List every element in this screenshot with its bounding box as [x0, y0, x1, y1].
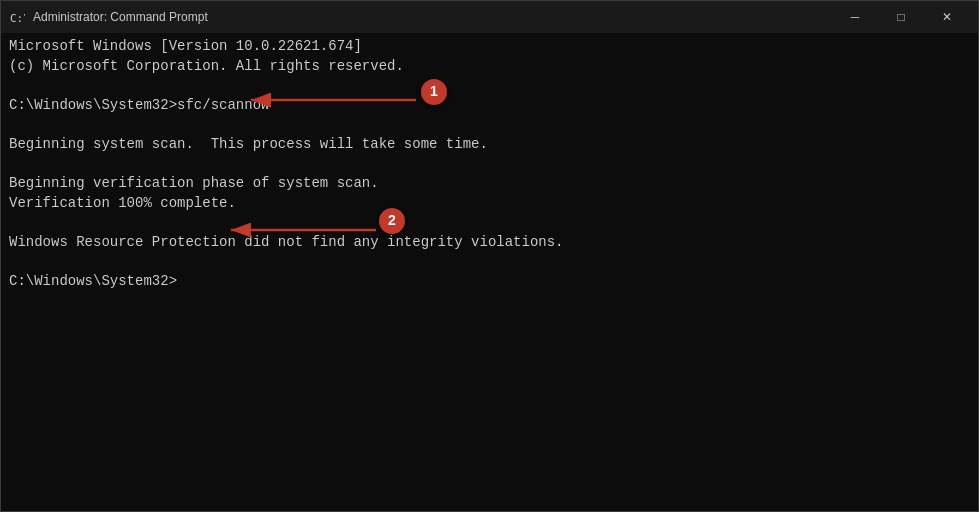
terminal-line [9, 213, 970, 233]
titlebar: C:\ Administrator: Command Prompt ─ □ ✕ [1, 1, 978, 33]
terminal-line: Microsoft Windows [Version 10.0.22621.67… [9, 37, 970, 57]
svg-text:C:\: C:\ [10, 12, 25, 25]
terminal-line-verification-complete: Verification 100% complete. [9, 194, 970, 214]
terminal-line: Beginning system scan. This process will… [9, 135, 970, 155]
terminal-line [9, 155, 970, 175]
terminal-line-command: C:\Windows\System32>sfc/scannow [9, 96, 970, 116]
terminal-body[interactable]: Microsoft Windows [Version 10.0.22621.67… [1, 33, 978, 511]
annotation-2-arrow [201, 215, 401, 245]
maximize-button[interactable]: □ [878, 1, 924, 33]
command-prompt-window: C:\ Administrator: Command Prompt ─ □ ✕ … [0, 0, 979, 512]
annotation-badge-1: 1 [421, 79, 447, 105]
terminal-line-result: Windows Resource Protection did not find… [9, 233, 970, 253]
cmd-icon: C:\ [9, 9, 25, 25]
terminal-line: (c) Microsoft Corporation. All rights re… [9, 57, 970, 77]
terminal-line [9, 253, 970, 273]
terminal-line [9, 76, 970, 96]
terminal-line-prompt: C:\Windows\System32> [9, 272, 970, 292]
close-button[interactable]: ✕ [924, 1, 970, 33]
window-controls: ─ □ ✕ [832, 1, 970, 33]
annotation-badge-2: 2 [379, 208, 405, 234]
terminal-line-verification-start: Beginning verification phase of system s… [9, 174, 970, 194]
minimize-button[interactable]: ─ [832, 1, 878, 33]
terminal-line [9, 115, 970, 135]
terminal-output: Microsoft Windows [Version 10.0.22621.67… [9, 37, 970, 292]
window-title: Administrator: Command Prompt [33, 10, 832, 24]
annotation-1-arrow [221, 85, 441, 115]
